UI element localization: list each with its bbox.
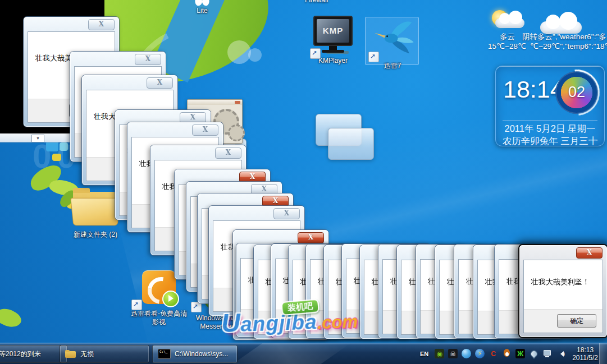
tray-icons: ◉☠⚡CЖ	[435, 349, 565, 358]
weather-condition-left: 多云	[500, 32, 515, 42]
weather-gadgets[interactable]: 多云 阴转多云","weather6":"多云 15℃~28℃ ℃~29℃","…	[486, 6, 607, 59]
icon-label: 新建文件夹 (2)	[69, 231, 122, 239]
show-desktop-button[interactable]	[599, 343, 607, 364]
desktop-icon-kmplayer[interactable]: KMP KMPlayer	[309, 16, 357, 65]
close-icon[interactable]: X	[180, 112, 206, 123]
close-icon[interactable]: X	[215, 148, 241, 159]
security-c-tray-icon[interactable]: C	[489, 349, 498, 358]
language-indicator[interactable]: EN	[420, 351, 428, 357]
desktop-icon-lite[interactable]: Lite	[185, 0, 219, 15]
hidden-icon-blob	[52, 154, 61, 161]
close-icon[interactable]: X	[262, 196, 289, 207]
nvidia-tray-icon[interactable]: ◉	[435, 349, 444, 358]
play-badge-icon	[162, 291, 179, 307]
taskbar-sheen	[221, 343, 352, 364]
hidden-icon-blob	[46, 141, 58, 151]
dialog-footer: 确定	[524, 309, 603, 333]
close-icon[interactable]: X	[298, 232, 324, 243]
folder-icon	[65, 350, 76, 358]
close-icon[interactable]: X	[239, 172, 266, 183]
weather-temps-left: 15℃~28℃	[488, 42, 526, 50]
seconds-ring: 02	[555, 71, 598, 114]
hidden-icon-blob	[60, 142, 68, 151]
dropdown-arrow-icon[interactable]: ▾	[31, 135, 44, 142]
weather-temps-right: ℃~29℃","temp6":"18℃~30℃	[530, 42, 607, 50]
weather-condition-right: 阴转多云","weather6":"多云	[522, 32, 607, 42]
desktop-icon-new-folder[interactable]: 新建文件夹 (2)	[69, 186, 122, 239]
close-icon[interactable]: X	[147, 77, 173, 89]
divider	[503, 120, 597, 121]
close-button[interactable]	[235, 101, 240, 104]
message-dialog: X壮我大哉美利坚！确定	[519, 245, 607, 337]
desktop: 00 ▾ Lite Firewall KMP KMPlayer	[0, 0, 607, 364]
icon-label: 迅雷看看-免费高清 影视	[128, 310, 190, 326]
kmplayer-monitor-icon: KMP	[313, 16, 353, 46]
icon-label: Lite	[185, 7, 219, 15]
razer-tray-icon[interactable]: Ж	[515, 349, 525, 358]
clock-gadget[interactable]: 18:14 02 2011年 5月2日 星期一 农历辛卯兔年 三月三十	[495, 66, 605, 146]
wallpaper-bokeh	[227, 40, 251, 64]
shortcut-arrow-icon	[310, 48, 321, 59]
network-tray-icon[interactable]	[542, 349, 552, 358]
ghost-window-corner	[328, 128, 374, 160]
tray-clock[interactable]: 18:13 2011/5/2	[572, 346, 598, 362]
taskbar-button-waiting2012[interactable]: 等2012的到来	[0, 345, 67, 363]
volume-tray-icon[interactable]	[556, 349, 565, 358]
ok-button[interactable]: 确定	[557, 314, 596, 328]
dialog-message: 壮我大哉美利坚！	[531, 277, 590, 287]
watermark: Uangjiba.com 装机吧	[221, 303, 358, 338]
butterfly-icon	[195, 0, 209, 7]
cloud-icon	[495, 18, 524, 28]
desktop-icon-xunlei7[interactable]: 迅雷7	[368, 19, 417, 70]
clock-seconds: 02	[555, 84, 598, 101]
messenger-ball-tray-icon[interactable]	[462, 349, 471, 358]
folder-icon	[70, 186, 121, 229]
close-icon[interactable]: X	[576, 247, 603, 259]
shortcut-arrow-icon	[131, 300, 142, 310]
gears-window-titlebar	[188, 100, 242, 105]
kankan-icon	[142, 270, 176, 304]
close-icon[interactable]: X	[88, 19, 115, 30]
wallpaper-leaf-splash	[0, 305, 24, 332]
close-icon[interactable]: X	[192, 125, 218, 136]
qq-tray-icon[interactable]	[502, 349, 512, 358]
cmd-icon: C:\_	[158, 349, 171, 359]
thunder-tray-icon[interactable]: ⚡	[475, 349, 485, 358]
taskbar: 等2012的到来 无损 C:\_ C:\Windows\sys... EN ◉☠…	[0, 343, 607, 364]
wallpaper-bokeh	[248, 48, 262, 62]
icon-label: 迅雷7	[368, 62, 417, 70]
close-icon[interactable]: X	[135, 54, 161, 65]
waterdrop-tray-icon[interactable]	[529, 349, 538, 358]
clock-lunar-date: 农历辛卯兔年 三月三十	[496, 135, 604, 148]
close-icon[interactable]: X	[273, 208, 300, 219]
hummingbird-icon	[371, 19, 414, 56]
taskbar-button-lossless-folder[interactable]: 无损	[60, 345, 149, 363]
taskbar-button-cmd[interactable]: C:\_ C:\Windows\sys...	[152, 345, 238, 363]
dialog-body: 壮我大哉美利坚！确定	[523, 260, 603, 333]
shortcut-arrow-icon	[368, 52, 379, 62]
gear-icon	[228, 125, 245, 141]
desktop-icon-firewall-label[interactable]: Firewall	[305, 0, 328, 4]
skull-app-tray-icon[interactable]: ☠	[448, 349, 458, 358]
system-tray: EN ◉☠⚡CЖ 18:13 2011/5/2	[420, 343, 598, 364]
clock-date: 2011年 5月2日 星期一	[496, 123, 604, 135]
